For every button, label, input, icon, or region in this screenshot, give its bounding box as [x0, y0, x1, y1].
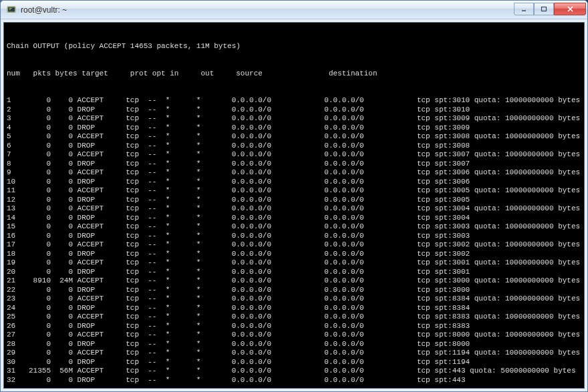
iptables-rule-row: 7 0 0 ACCEPT tcp -- * * 0.0.0.0/0 0.0.0.… — [7, 150, 581, 160]
chain-output-header: Chain OUTPUT (policy ACCEPT 14653 packet… — [7, 42, 581, 51]
window-title: root@vultr: ~ — [21, 5, 514, 15]
iptables-rule-row: 21 8910 24M ACCEPT tcp -- * * 0.0.0.0/0 … — [7, 276, 581, 286]
iptables-rule-row: 27 0 0 ACCEPT tcp -- * * 0.0.0.0/0 0.0.0… — [7, 331, 581, 340]
iptables-rule-row: 9 0 0 ACCEPT tcp -- * * 0.0.0.0/0 0.0.0.… — [7, 168, 581, 178]
iptables-rule-row: 23 0 0 ACCEPT tcp -- * * 0.0.0.0/0 0.0.0… — [7, 295, 581, 304]
iptables-rule-row: 13 0 0 ACCEPT tcp -- * * 0.0.0.0/0 0.0.0… — [7, 204, 581, 214]
iptables-rule-row: 20 0 0 DROP tcp -- * * 0.0.0.0/0 0.0.0.0… — [7, 268, 581, 277]
svg-rect-1 — [8, 7, 15, 11]
iptables-rule-row: 32 0 0 DROP tcp -- * * 0.0.0.0/0 0.0.0.0… — [7, 376, 581, 385]
iptables-rule-row: 11 0 0 ACCEPT tcp -- * * 0.0.0.0/0 0.0.0… — [7, 186, 581, 196]
iptables-rule-row: 5 0 0 ACCEPT tcp -- * * 0.0.0.0/0 0.0.0.… — [7, 132, 581, 142]
iptables-rule-row: 22 0 0 DROP tcp -- * * 0.0.0.0/0 0.0.0.0… — [7, 286, 581, 295]
iptables-rule-row: 6 0 0 DROP tcp -- * * 0.0.0.0/0 0.0.0.0/… — [7, 142, 581, 151]
column-header: num pkts bytes target prot opt in out so… — [7, 69, 581, 79]
svg-rect-5 — [542, 7, 547, 11]
iptables-rule-row: 25 0 0 ACCEPT tcp -- * * 0.0.0.0/0 0.0.0… — [7, 313, 581, 322]
iptables-rule-row: 19 0 0 ACCEPT tcp -- * * 0.0.0.0/0 0.0.0… — [7, 258, 581, 268]
window-controls — [514, 3, 586, 15]
putty-window: root@vultr: ~ Chain OUTPUT (policy ACCEP… — [0, 0, 588, 392]
iptables-rule-row: 26 0 0 DROP tcp -- * * 0.0.0.0/0 0.0.0.0… — [7, 322, 581, 331]
iptables-rule-row: 18 0 0 DROP tcp -- * * 0.0.0.0/0 0.0.0.0… — [7, 250, 581, 259]
iptables-rule-row: 10 0 0 DROP tcp -- * * 0.0.0.0/0 0.0.0.0… — [7, 178, 581, 187]
iptables-rule-row: 30 0 0 DROP tcp -- * * 0.0.0.0/0 0.0.0.0… — [7, 358, 581, 367]
maximize-button[interactable] — [534, 3, 554, 15]
titlebar[interactable]: root@vultr: ~ — [1, 1, 587, 19]
app-icon — [6, 5, 17, 15]
iptables-rule-row: 15 0 0 ACCEPT tcp -- * * 0.0.0.0/0 0.0.0… — [7, 222, 581, 232]
iptables-rule-row: 17 0 0 ACCEPT tcp -- * * 0.0.0.0/0 0.0.0… — [7, 240, 581, 250]
iptables-rule-row: 8 0 0 DROP tcp -- * * 0.0.0.0/0 0.0.0.0/… — [7, 160, 581, 169]
iptables-rule-row: 28 0 0 DROP tcp -- * * 0.0.0.0/0 0.0.0.0… — [7, 340, 581, 349]
iptables-rule-row: 1 0 0 ACCEPT tcp -- * * 0.0.0.0/0 0.0.0.… — [7, 96, 581, 106]
iptables-rule-row: 14 0 0 DROP tcp -- * * 0.0.0.0/0 0.0.0.0… — [7, 214, 581, 223]
terminal-pane[interactable]: Chain OUTPUT (policy ACCEPT 14653 packet… — [3, 22, 585, 389]
iptables-rule-row: 24 0 0 DROP tcp -- * * 0.0.0.0/0 0.0.0.0… — [7, 304, 581, 313]
iptables-rule-row: 2 0 0 DROP tcp -- * * 0.0.0.0/0 0.0.0.0/… — [7, 106, 581, 115]
iptables-rules: 1 0 0 ACCEPT tcp -- * * 0.0.0.0/0 0.0.0.… — [7, 96, 581, 385]
minimize-button[interactable] — [514, 3, 534, 15]
iptables-rule-row: 3 0 0 ACCEPT tcp -- * * 0.0.0.0/0 0.0.0.… — [7, 114, 581, 124]
iptables-rule-row: 29 0 0 ACCEPT tcp -- * * 0.0.0.0/0 0.0.0… — [7, 349, 581, 358]
iptables-rule-row: 12 0 0 DROP tcp -- * * 0.0.0.0/0 0.0.0.0… — [7, 196, 581, 205]
iptables-rule-row: 16 0 0 DROP tcp -- * * 0.0.0.0/0 0.0.0.0… — [7, 232, 581, 241]
iptables-rule-row: 4 0 0 DROP tcp -- * * 0.0.0.0/0 0.0.0.0/… — [7, 124, 581, 133]
iptables-rule-row: 31 21355 56M ACCEPT tcp -- * * 0.0.0.0/0… — [7, 367, 581, 376]
close-button[interactable] — [554, 3, 586, 15]
